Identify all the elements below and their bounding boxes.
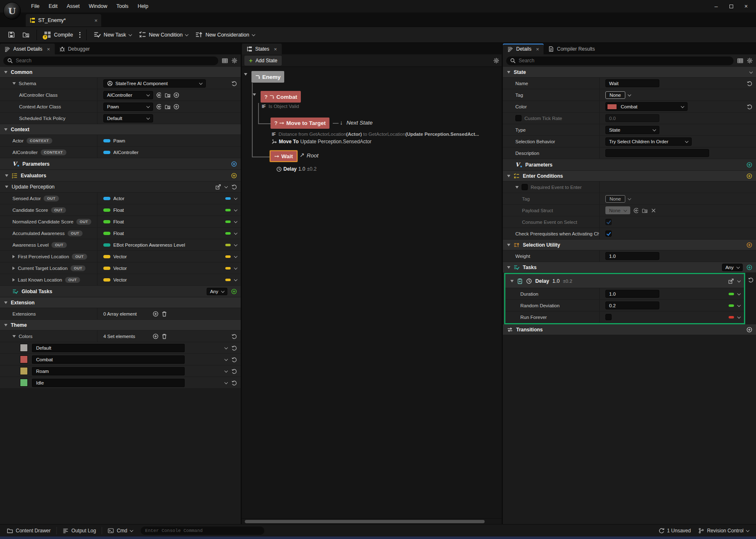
chevron-down-icon[interactable] bbox=[234, 277, 237, 281]
console-command-input[interactable]: Enter Console Command bbox=[141, 527, 264, 535]
collapse-arrow-icon[interactable] bbox=[4, 128, 7, 131]
column-view-icon[interactable] bbox=[737, 58, 743, 64]
minimize-button[interactable]: – bbox=[709, 0, 724, 12]
undo-icon[interactable] bbox=[231, 368, 237, 374]
menu-window[interactable]: Window bbox=[84, 0, 112, 12]
goto2-icon[interactable] bbox=[728, 278, 734, 284]
color-name-field[interactable]: Idle bbox=[32, 379, 185, 387]
category-header-theme[interactable]: Theme bbox=[0, 320, 241, 331]
state-node-combat[interactable]: ? Combat bbox=[261, 91, 301, 103]
save-button[interactable] bbox=[4, 29, 19, 41]
category-header-evaluators[interactable]: Evaluators bbox=[0, 170, 241, 181]
any-select-dropdown[interactable]: Any bbox=[207, 288, 227, 295]
category-header-context[interactable]: Context bbox=[0, 124, 241, 135]
new-consideration-button[interactable]: New Consideration bbox=[192, 29, 259, 41]
undo-icon[interactable] bbox=[231, 345, 237, 351]
undo-icon[interactable] bbox=[231, 184, 237, 190]
undo-icon[interactable] bbox=[746, 104, 752, 110]
new-condition-button[interactable]: New Condition bbox=[135, 29, 192, 41]
pluscircle-icon[interactable] bbox=[173, 104, 179, 110]
browse-to-asset-button[interactable] bbox=[19, 29, 33, 41]
goto-icon[interactable] bbox=[633, 208, 639, 213]
search-input[interactable]: Search bbox=[506, 56, 734, 65]
pluscircle-icon[interactable] bbox=[746, 327, 752, 333]
tag-dropdown[interactable]: None bbox=[605, 195, 625, 203]
close-button[interactable]: × bbox=[739, 0, 754, 12]
collapse-arrow-icon[interactable] bbox=[12, 82, 16, 85]
chevron-down-icon[interactable] bbox=[737, 303, 741, 306]
checkbox[interactable] bbox=[605, 219, 612, 225]
category-header-extension[interactable]: Extension bbox=[0, 297, 241, 308]
column-view-icon[interactable] bbox=[222, 58, 228, 64]
category-header-transitions[interactable]: Transitions bbox=[503, 324, 756, 335]
compile-options-menu[interactable] bbox=[77, 32, 83, 38]
chevron-down-icon[interactable] bbox=[224, 345, 228, 349]
tab-debugger[interactable]: Debugger bbox=[55, 44, 95, 54]
chevron-down-icon[interactable] bbox=[234, 266, 237, 269]
subsection-header-update-perception[interactable]: Update Perception bbox=[0, 181, 241, 193]
search-input[interactable]: Search bbox=[3, 56, 218, 65]
category-header-common[interactable]: Common bbox=[0, 67, 241, 78]
expand-arrow-icon[interactable] bbox=[12, 278, 15, 282]
cmd-button[interactable]: Cmd bbox=[104, 524, 136, 537]
chevron-down-icon[interactable] bbox=[749, 70, 753, 73]
maximize-button[interactable] bbox=[724, 0, 739, 12]
trash-icon[interactable] bbox=[161, 333, 167, 339]
color-name-field[interactable]: Roam bbox=[32, 367, 185, 375]
collapse-arrow-icon[interactable] bbox=[5, 174, 8, 177]
checkbox[interactable] bbox=[515, 115, 522, 121]
chevron-down-icon[interactable] bbox=[627, 196, 631, 200]
x-icon[interactable] bbox=[651, 208, 656, 213]
menu-tools[interactable]: Tools bbox=[112, 0, 133, 12]
pluscircle-icon[interactable] bbox=[153, 333, 159, 339]
collapse-arrow-icon[interactable] bbox=[4, 324, 7, 326]
text-field[interactable]: 1.0 bbox=[605, 290, 659, 298]
collapse-arrow-icon[interactable] bbox=[5, 186, 8, 188]
undo-icon[interactable] bbox=[231, 380, 237, 386]
goto-icon[interactable] bbox=[156, 92, 162, 98]
collapse-arrow-icon[interactable] bbox=[507, 175, 510, 177]
chevron-down-icon[interactable] bbox=[234, 219, 237, 223]
chevron-down-icon[interactable] bbox=[234, 231, 237, 234]
text-field[interactable]: Wait bbox=[605, 79, 659, 87]
select-dropdown[interactable]: AIController bbox=[103, 91, 153, 99]
compile-button[interactable]: ? Compile bbox=[40, 29, 77, 41]
tab-states[interactable]: States × bbox=[242, 44, 282, 54]
struct-dropdown[interactable]: None bbox=[605, 206, 630, 214]
menu-asset[interactable]: Asset bbox=[62, 0, 84, 12]
undo-icon[interactable] bbox=[231, 81, 237, 86]
pluscircle-icon[interactable] bbox=[231, 173, 237, 179]
foldersearch-icon[interactable] bbox=[165, 104, 171, 110]
text-field[interactable]: 0.0 bbox=[605, 114, 659, 122]
collapse-arrow-icon[interactable] bbox=[507, 266, 510, 269]
chevron-down-icon[interactable] bbox=[224, 380, 228, 384]
horizontal-scrollbar-track[interactable] bbox=[242, 518, 502, 524]
revision-control-button[interactable]: Revision Control bbox=[695, 528, 753, 534]
new-task-button[interactable]: New Task bbox=[90, 29, 135, 41]
add-state-button[interactable]: + Add State bbox=[244, 56, 282, 66]
pluscircle-icon[interactable] bbox=[231, 289, 237, 294]
tab-details[interactable]: Details × bbox=[503, 44, 544, 54]
pluscircle-icon[interactable] bbox=[746, 242, 752, 248]
output-log-button[interactable]: Output Log bbox=[59, 524, 100, 537]
text-field[interactable] bbox=[605, 149, 709, 157]
chevron-down-icon[interactable] bbox=[627, 93, 631, 96]
category-header-parameters[interactable]: VParameters bbox=[503, 159, 756, 171]
undo-icon[interactable] bbox=[231, 333, 237, 339]
collapse-arrow-icon[interactable] bbox=[510, 280, 514, 282]
category-header-global-tasks[interactable]: Global TasksAny bbox=[0, 286, 241, 297]
goto-icon[interactable] bbox=[156, 104, 162, 110]
collapse-arrow-icon[interactable] bbox=[12, 335, 16, 338]
undo-icon[interactable] bbox=[748, 277, 754, 283]
chevron-down-icon[interactable] bbox=[224, 369, 228, 372]
expand-arrow-icon[interactable] bbox=[12, 255, 15, 258]
foldersearch-icon[interactable] bbox=[642, 208, 648, 213]
color-name-field[interactable]: Default bbox=[32, 344, 185, 352]
category-header-state[interactable]: State bbox=[503, 67, 756, 78]
state-node-move-to-target[interactable]: ? Move to Target bbox=[271, 118, 329, 129]
state-node-enemy[interactable]: Enemy bbox=[251, 71, 284, 83]
pluscircle-icon[interactable] bbox=[153, 311, 159, 317]
chevron-down-icon[interactable] bbox=[737, 292, 741, 295]
checkbox[interactable] bbox=[522, 184, 528, 190]
state-node-wait[interactable]: Wait bbox=[270, 150, 298, 162]
